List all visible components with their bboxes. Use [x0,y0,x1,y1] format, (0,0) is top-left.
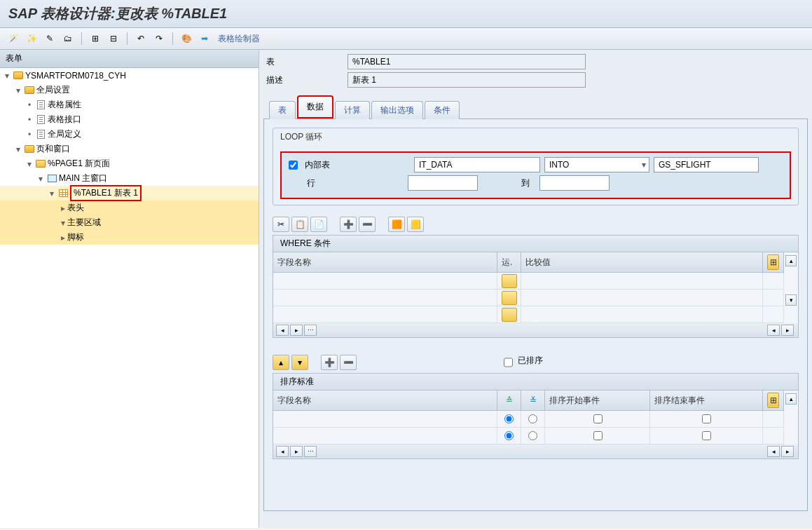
scroll-up-icon[interactable]: ▴ [785,255,797,266]
copy-icon[interactable]: 📋 [291,217,308,232]
arrow-right-icon[interactable]: ➡ [197,31,212,46]
table-name-input[interactable] [347,54,586,69]
grid-config-icon[interactable]: ⊞ [767,254,779,270]
sort-row[interactable] [273,428,784,444]
grid-config-icon[interactable]: ⊞ [767,393,779,408]
sort-col-start[interactable]: 排序开始事件 [545,390,650,410]
move-up-icon[interactable]: ▴ [273,355,289,370]
scroll-up-icon[interactable]: ▴ [785,393,797,405]
tree-table-header[interactable]: ▸表头 [0,201,259,215]
tree-table-footer[interactable]: ▸脚标 [0,230,259,245]
cut-icon[interactable]: ✂ [273,217,289,232]
tool-wand-icon[interactable]: 🪄 [6,31,21,46]
tree-label: YSMARTFORM0718_CYH [25,71,126,81]
tool-expand-icon[interactable]: ⊞ [88,31,103,46]
tree-table1[interactable]: ▾%TABLE1 新表 1 [0,186,259,201]
tool-structure-icon[interactable]: 🗂 [60,31,76,46]
op-button[interactable] [502,308,517,322]
insert-row-icon[interactable]: ➕ [340,217,357,232]
scroll-left-icon[interactable]: ◂ [276,446,289,457]
tool-style-icon[interactable]: 🎨 [179,31,194,46]
op-button[interactable] [502,274,517,288]
sort-toolbar: ▴ ▾ ➕ ➖ 已排序 [273,355,799,370]
sort-start-check[interactable] [593,414,603,423]
tab-calc[interactable]: 计算 [335,101,370,119]
tool-collapse-icon[interactable]: ⊟ [106,31,121,46]
nav-tree[interactable]: ▾YSMARTFORM0718_CYH ▾全局设置 •表格属性 •表格接口 •全… [0,68,259,528]
sort-col-desc-icon[interactable]: ≚ [521,390,545,410]
loop-title: LOOP 循环 [273,128,798,146]
tree-table-main[interactable]: ▾主要区域 [0,215,259,230]
into-value: INTO [549,160,569,170]
tabstrip: 表 数据 计算 输出选项 条件 LOOP 循环 内部表 I [263,100,808,511]
tree-page1[interactable]: ▾%PAGE1 新页面 [0,156,259,171]
table-label: 表 [263,56,347,68]
where-toolbar: ✂ 📋 📄 ➕ ➖ 🟧 🟨 [273,217,799,232]
scroll-down-icon[interactable]: ▾ [785,294,797,306]
workarea-input[interactable] [654,157,759,172]
sort-row[interactable] [273,411,784,428]
painter-label[interactable]: 表格绘制器 [215,33,263,45]
sort-desc-radio[interactable] [528,431,537,440]
tree-form-attr[interactable]: •表格属性 [0,97,259,112]
tree-form-intf[interactable]: •表格接口 [0,112,259,127]
scroll-left-icon[interactable]: ◂ [276,325,289,336]
tool-pencil-icon[interactable]: ✎ [42,31,57,46]
scroll-right2-icon[interactable]: ▸ [781,325,794,336]
sort-asc-radio[interactable] [504,431,514,440]
sort-end-check[interactable] [702,414,711,423]
tree-pages[interactable]: ▾页和窗口 [0,142,259,156]
detail-panel: 表 描述 表 数据 计算 输出选项 条件 LOOP 循环 [259,50,812,528]
tool-undo-icon[interactable]: ↶ [133,31,149,46]
row-to-input[interactable] [539,175,610,191]
sort-asc-radio[interactable] [504,414,514,423]
tree-root[interactable]: ▾YSMARTFORM0718_CYH [0,68,259,83]
scroll-left2-icon[interactable]: ◂ [767,446,780,457]
where-col-op[interactable]: 运. [497,252,521,272]
tree-global-def[interactable]: •全局定义 [0,127,259,142]
delete-row-icon[interactable]: ➖ [359,217,376,232]
desc-input[interactable] [347,72,586,88]
sorted-checkbox[interactable] [504,357,513,368]
itab-checkbox[interactable] [289,161,298,170]
sort-end-check[interactable] [702,431,711,440]
into-dropdown[interactable]: INTO [544,157,649,172]
title-bar: SAP 表格设计器:更改表 %TABLE1 [0,0,812,28]
itab-input[interactable] [414,157,540,172]
extra1-icon[interactable]: 🟧 [388,217,405,232]
scroll-right-icon[interactable]: ▸ [290,446,303,457]
sort-col-field[interactable]: 字段名称 [273,390,497,410]
where-col-val[interactable]: 比较值 [521,252,763,272]
extra2-icon[interactable]: 🟨 [407,217,424,232]
tree-main-window[interactable]: ▾MAIN 主窗口 [0,171,259,186]
sort-start-check[interactable] [593,431,603,440]
where-col-field[interactable]: 字段名称 [273,252,497,272]
paste-icon[interactable]: 📄 [310,217,327,232]
row-from-input[interactable] [408,175,478,191]
where-row[interactable] [273,273,784,290]
scroll-more-icon[interactable]: ⋯ [304,446,317,457]
tree-global[interactable]: ▾全局设置 [0,83,259,97]
move-down-icon[interactable]: ▾ [291,355,308,370]
tab-table[interactable]: 表 [269,101,296,119]
where-row[interactable] [273,306,784,323]
tree-label: MAIN 主窗口 [59,172,107,184]
tool-redo-icon[interactable]: ↷ [151,31,167,46]
toolbar-sep [81,32,82,45]
sort-col-end[interactable]: 排序结束事件 [650,390,763,410]
scroll-right-icon[interactable]: ▸ [290,325,303,336]
scroll-left2-icon[interactable]: ◂ [767,325,780,336]
tab-cond[interactable]: 条件 [425,101,460,119]
op-button[interactable] [502,291,517,305]
tab-output[interactable]: 输出选项 [371,101,423,119]
sort-desc-radio[interactable] [528,414,537,423]
sort-delete-icon[interactable]: ➖ [340,355,357,370]
sort-col-asc-icon[interactable]: ≙ [497,390,521,410]
where-row[interactable] [273,290,784,306]
scroll-more-icon[interactable]: ⋯ [304,325,317,336]
tool-activate-icon[interactable]: ✨ [24,31,39,46]
sort-insert-icon[interactable]: ➕ [321,355,338,370]
where-title: WHERE 条件 [273,236,798,252]
tab-data[interactable]: 数据 [297,95,333,118]
scroll-right2-icon[interactable]: ▸ [781,446,794,457]
